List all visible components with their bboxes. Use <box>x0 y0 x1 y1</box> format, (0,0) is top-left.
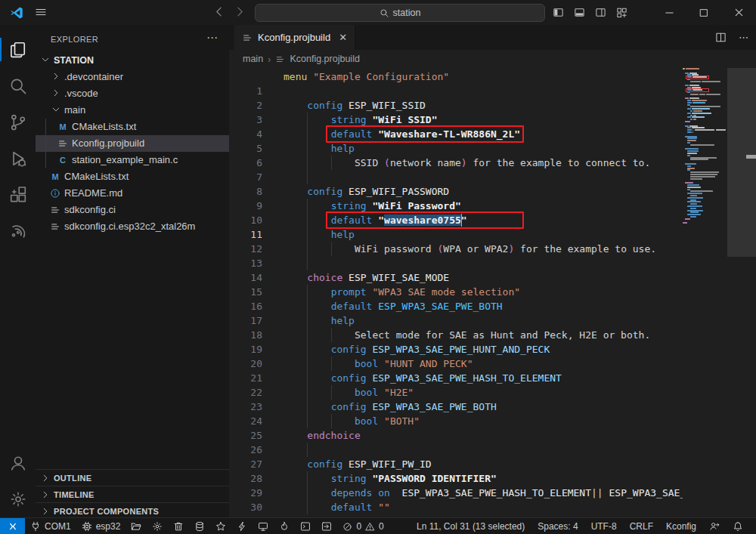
tree-item-sdkconfig-ci-esp32c2-xtal26m[interactable]: sdkconfig.ci.esp32c2_xtal26m <box>36 218 229 235</box>
code-line[interactable]: 2 <box>229 84 683 98</box>
status-full-clean[interactable] <box>168 518 189 534</box>
code-line[interactable]: 9 config ESP_WIFI_PASSWORD <box>229 184 683 199</box>
status-monitor[interactable] <box>253 518 274 534</box>
code-line[interactable]: 15 choice ESP_WIFI_SAE_MODE <box>229 270 683 285</box>
code-line[interactable]: 19 Select mode for SAE as Hunt and Peck,… <box>229 328 683 342</box>
minimap[interactable] <box>683 68 727 517</box>
status-language-mode[interactable]: Kconfig <box>661 518 702 534</box>
tree-item-cmakelists-txt[interactable]: MCMakeLists.txt <box>36 119 229 135</box>
code-line[interactable]: 23 bool "H2E" <box>229 385 683 400</box>
tab-close-icon[interactable]: ✕ <box>339 32 347 43</box>
sidebar-header: EXPLORER ⋯ <box>36 25 229 51</box>
tab-kconfig-projbuild[interactable]: Kconfig.projbuild ✕ <box>234 25 355 50</box>
back-arrow-icon[interactable] <box>212 5 226 19</box>
section-timeline[interactable]: TIMELINE <box>36 486 229 502</box>
activity-search[interactable] <box>0 68 36 103</box>
customize-layout-icon[interactable] <box>616 7 627 18</box>
code-line[interactable]: 26 endchoice <box>229 428 683 443</box>
status-select-project-folder[interactable] <box>125 518 147 534</box>
status-serial-port[interactable]: COM1 <box>25 518 76 534</box>
code-line[interactable]: 27 <box>229 443 683 457</box>
tree-item--devcontainer[interactable]: .devcontainer <box>36 69 229 85</box>
status-notifications[interactable] <box>727 518 748 534</box>
section-project-components[interactable]: PROJECT COMPONENTS <box>36 502 229 519</box>
code-line[interactable]: 1 menu "Example Configuration" <box>229 69 683 84</box>
more-actions-icon[interactable]: ⋯ <box>206 31 218 45</box>
code-line[interactable]: 3 config ESP_WIFI_SSID <box>229 98 683 113</box>
forward-arrow-icon[interactable] <box>234 5 247 19</box>
command-center-search[interactable]: station <box>255 4 545 22</box>
editor-more-actions-icon[interactable]: ⋯ <box>739 32 748 43</box>
status-terminal[interactable] <box>295 518 316 534</box>
status-build-flash-monitor[interactable] <box>274 518 295 534</box>
flame-icon <box>279 521 290 532</box>
code-line[interactable]: 5 default "Waveshare-TL-WR886N_2L" <box>229 127 683 141</box>
activity-extensions[interactable] <box>0 177 36 212</box>
code-line[interactable]: 22 config ESP_WPA3_SAE_PWE_HASH_TO_ELEME… <box>229 371 683 385</box>
status-menuconfig[interactable] <box>147 518 168 534</box>
tree-item-kconfig-projbuild[interactable]: Kconfig.projbuild <box>36 135 229 152</box>
code-line[interactable]: 11 default "waveshare0755" <box>229 213 683 227</box>
code-line[interactable]: 20 config ESP_WPA3_SAE_PWE_HUNT_AND_PECK <box>229 342 683 357</box>
status-feedback[interactable] <box>704 518 725 534</box>
code-line[interactable]: 28 config ESP_WIFI_PW_ID <box>229 457 683 471</box>
breadcrumb-folder[interactable]: main <box>243 54 263 64</box>
code-line[interactable]: 30 depends on ESP_WPA3_SAE_PWE_HASH_TO_E… <box>229 486 683 500</box>
tree-item-readme-md[interactable]: README.md <box>36 185 229 202</box>
status-problems[interactable]: 0 0 <box>337 518 389 534</box>
toggle-primary-sidebar-icon[interactable] <box>553 7 564 18</box>
menu-icon[interactable] <box>33 5 48 20</box>
tree-root-station[interactable]: STATION <box>36 52 229 69</box>
status-encoding[interactable]: UTF-8 <box>586 518 622 534</box>
code-line[interactable]: 10 string "WiFi Password" <box>229 199 683 213</box>
info-file-icon <box>49 187 61 199</box>
activity-espressif[interactable] <box>0 213 36 248</box>
code-line[interactable]: 17 default ESP_WPA3_SAE_PWE_BOTH <box>229 299 683 313</box>
code-line[interactable]: 16 prompt "WPA3 SAE mode selection" <box>229 285 683 299</box>
code-line[interactable]: 24 config ESP_WPA3_SAE_PWE_BOTH <box>229 400 683 414</box>
split-editor-icon[interactable] <box>715 32 727 43</box>
tree-item-main[interactable]: main <box>36 102 229 119</box>
code-line[interactable]: 21 bool "HUNT AND PECK" <box>229 357 683 371</box>
code-line[interactable]: 13 WiFi password (WPA or WPA2) for the e… <box>229 242 683 256</box>
activity-run-and-debug[interactable] <box>0 140 36 176</box>
activity-accounts[interactable] <box>0 445 36 480</box>
code-line[interactable]: 29 string "PASSWORD IDENTIFIER" <box>229 471 683 486</box>
activity-source-control[interactable] <box>0 104 36 140</box>
status-eol[interactable]: CRLF <box>624 518 658 534</box>
code-line[interactable]: 6 help <box>229 141 683 156</box>
status-device-target[interactable]: esp32 <box>76 518 126 534</box>
status-remote-indicator[interactable] <box>0 518 25 534</box>
code-area[interactable]: 1 menu "Example Configuration" 2 3 confi… <box>229 68 756 517</box>
tree-item-cmakelists-txt[interactable]: MCMakeLists.txt <box>36 168 229 185</box>
code-line[interactable]: 12 help <box>229 227 683 242</box>
section-outline[interactable]: OUTLINE <box>36 469 229 486</box>
status-custom-task[interactable] <box>316 518 337 534</box>
gear-icon <box>152 521 163 532</box>
code-line[interactable]: 4 string "WiFi SSID" <box>229 113 683 127</box>
activity-settings[interactable] <box>0 481 36 517</box>
tree-item-station-example-main-c[interactable]: Cstation_example_main.c <box>36 152 229 168</box>
tree-item-sdkconfig-ci[interactable]: sdkconfig.ci <box>36 202 229 218</box>
breadcrumb-file[interactable]: Kconfig.projbuild <box>290 54 359 64</box>
code-line[interactable]: 18 help <box>229 313 683 328</box>
tree-item--vscode[interactable]: .vscode <box>36 85 229 102</box>
code-line[interactable]: 14 <box>229 256 683 270</box>
maximize-button[interactable] <box>686 0 721 25</box>
minimize-button[interactable] <box>652 0 686 25</box>
status-erase-flash[interactable] <box>189 518 210 534</box>
code-line[interactable]: 25 bool "BOTH" <box>229 414 683 428</box>
code-line[interactable]: 8 <box>229 170 683 184</box>
toggle-panel-icon[interactable] <box>574 7 585 18</box>
status-indentation[interactable]: Spaces: 4 <box>532 518 583 534</box>
status-flash[interactable] <box>231 518 253 534</box>
status-build[interactable] <box>210 518 231 534</box>
close-button[interactable] <box>721 0 756 25</box>
activity-explorer[interactable] <box>0 32 36 67</box>
scrollbar-slider[interactable] <box>727 68 756 257</box>
status-cursor-position[interactable]: Ln 11, Col 31 (13 selected) <box>411 518 530 534</box>
code-line[interactable]: 31 default "" <box>229 500 683 514</box>
toggle-secondary-sidebar-icon[interactable] <box>595 7 606 18</box>
vertical-scrollbar[interactable] <box>727 68 756 517</box>
code-line[interactable]: 7 SSID (network name) for the example to… <box>229 156 683 170</box>
